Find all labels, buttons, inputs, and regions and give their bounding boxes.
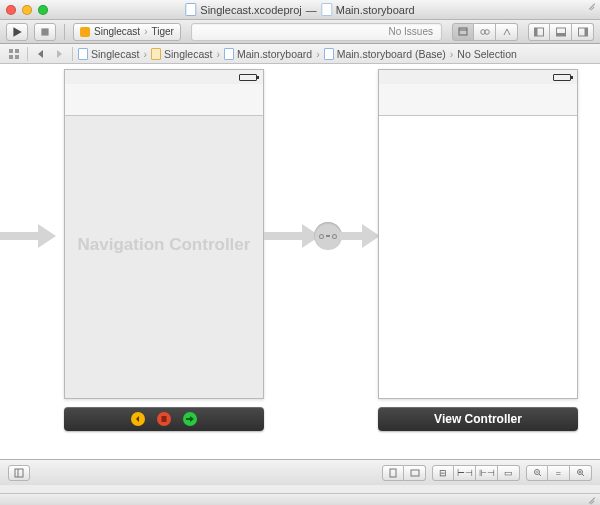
navigation-bar[interactable] [379,84,577,116]
destination-name: Tiger [151,26,173,37]
navigation-controller-label: Navigation Controller [65,235,263,255]
crumb-label: No Selection [457,48,517,60]
chevron-right-icon: › [216,48,220,60]
layout-toggle-segmented[interactable] [382,465,426,481]
any-height-button[interactable] [404,465,426,481]
relationship-segue-icon[interactable] [314,222,342,250]
auto-layout-segmented[interactable]: ⊟ ⊢⊣ ⊩⊣ ▭ [432,465,520,481]
resolve-issues-button[interactable]: ⊩⊣ [476,465,498,481]
segue-arrow[interactable] [264,224,320,248]
breadcrumb-base[interactable]: Main.storyboard (Base) [324,48,446,60]
svg-rect-14 [9,55,13,59]
history-back-button[interactable] [33,47,49,61]
window-resize-grip[interactable] [0,493,600,505]
minimize-window-button[interactable] [22,5,32,15]
window-controls [6,5,48,15]
view-controller-scene[interactable]: View Controller [378,69,578,437]
storyboard-icon [224,48,234,60]
storyboard-file-icon [321,3,332,16]
folder-icon [151,48,161,60]
title-project-file: Singlecast.xcodeproj [200,4,302,16]
pin-button[interactable]: ⊢⊣ [454,465,476,481]
chevron-right-icon: › [316,48,320,60]
close-window-button[interactable] [6,5,16,15]
svg-marker-0 [13,27,21,37]
related-items-button[interactable] [6,47,22,61]
initial-view-controller-arrow[interactable] [0,224,56,248]
canvas-bottom-bar: ⊟ ⊢⊣ ⊩⊣ ▭ = [0,459,600,485]
standard-editor-button[interactable] [452,23,474,41]
svg-rect-12 [9,49,13,53]
svg-rect-19 [162,416,167,422]
scheme-name: Singlecast [94,26,140,37]
toggle-utilities-button[interactable] [572,23,594,41]
svg-rect-9 [556,33,565,36]
scene-dock[interactable] [64,407,264,431]
app-icon [80,27,90,37]
svg-rect-1 [41,28,48,35]
storyboard-entry-icon[interactable] [183,412,197,426]
interface-builder-canvas[interactable]: Navigation Controller View Controller [0,64,600,459]
scene-dock[interactable]: View Controller [378,407,578,431]
document-outline-toggle[interactable] [8,465,30,481]
segue-arrow[interactable] [340,224,380,248]
jump-bar: Singlecast › Singlecast › Main.storyboar… [0,44,600,64]
svg-rect-7 [535,28,538,36]
crumb-label: Main.storyboard (Base) [337,48,446,60]
crumb-label: Singlecast [164,48,212,60]
svg-rect-23 [390,469,396,477]
any-width-button[interactable] [382,465,404,481]
svg-line-29 [582,474,584,476]
zoom-actual-button[interactable]: = [548,465,570,481]
svg-marker-16 [38,50,43,58]
resizing-button[interactable]: ▭ [498,465,520,481]
panel-visibility-segmented[interactable] [528,23,594,41]
battery-icon [553,74,571,81]
navigation-controller-view[interactable]: Navigation Controller [64,69,264,399]
first-responder-icon[interactable] [131,412,145,426]
toggle-debug-area-button[interactable] [550,23,572,41]
exit-icon[interactable] [157,412,171,426]
run-button[interactable] [6,23,28,41]
battery-icon [239,74,257,81]
breadcrumb-file[interactable]: Main.storyboard [224,48,312,60]
chevron-right-icon: › [144,26,147,37]
svg-rect-11 [584,28,587,36]
storyboard-icon [324,48,334,60]
scheme-selector[interactable]: Singlecast › Tiger [73,23,181,41]
svg-line-26 [539,474,541,476]
activity-status-bar: No Issues [191,23,442,41]
assistant-editor-button[interactable] [474,23,496,41]
svg-rect-2 [459,28,467,35]
navigation-bar[interactable] [65,84,263,116]
title-current-file: Main.storyboard [336,4,415,16]
chevron-right-icon: › [143,48,147,60]
breadcrumb-project[interactable]: Singlecast [78,48,139,60]
view-controller-view[interactable] [378,69,578,399]
align-button[interactable]: ⊟ [432,465,454,481]
chevron-right-icon: › [450,48,454,60]
status-text: No Issues [389,26,433,37]
fullscreen-icon[interactable] [588,3,596,11]
zoom-segmented[interactable]: = [526,465,592,481]
svg-rect-15 [15,55,19,59]
title-separator: — [306,4,317,16]
svg-rect-13 [15,49,19,53]
crumb-label: Main.storyboard [237,48,312,60]
window-titlebar: Singlecast.xcodeproj — Main.storyboard [0,0,600,20]
breadcrumb-group[interactable]: Singlecast [151,48,212,60]
history-forward-button[interactable] [51,47,67,61]
zoom-out-button[interactable] [526,465,548,481]
toggle-navigator-button[interactable] [528,23,550,41]
breadcrumb-selection[interactable]: No Selection [457,48,517,60]
zoom-window-button[interactable] [38,5,48,15]
version-editor-button[interactable] [496,23,518,41]
editor-mode-segmented[interactable] [452,23,518,41]
stop-button[interactable] [34,23,56,41]
zoom-in-button[interactable] [570,465,592,481]
project-file-icon [185,3,196,16]
navigation-controller-scene[interactable]: Navigation Controller [64,69,264,437]
svg-rect-21 [15,469,23,477]
scene-dock-label: View Controller [434,412,522,426]
main-toolbar: Singlecast › Tiger No Issues [0,20,600,44]
